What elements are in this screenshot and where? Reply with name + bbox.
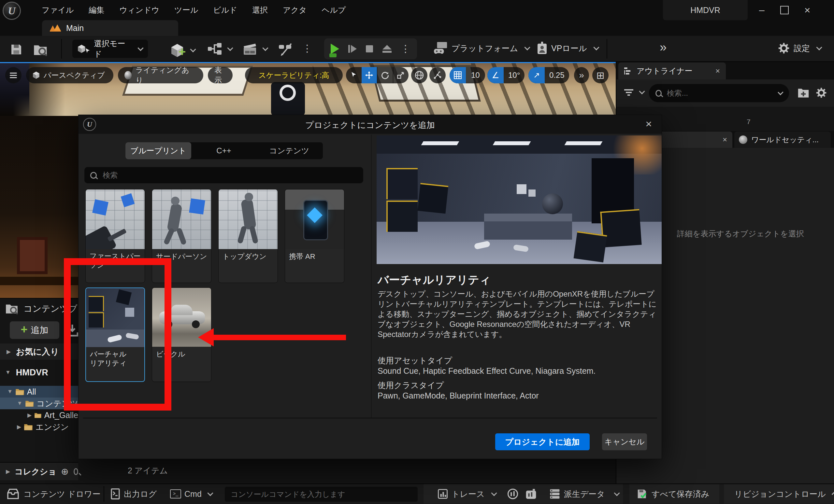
revision-control-section[interactable]: リビジョンコントロール [724, 484, 834, 504]
outliner-search-box[interactable] [649, 84, 789, 102]
chevron-down-icon[interactable] [778, 89, 784, 95]
add-content-button[interactable]: + 追加 [10, 321, 59, 339]
select-mode-dropdown[interactable]: 選択モード [72, 40, 148, 58]
trace-dropdown[interactable]: トレース [452, 489, 485, 500]
toolbar-expand-button[interactable]: » [660, 40, 666, 54]
tab-close-icon[interactable]: × [716, 66, 720, 75]
stop-button[interactable] [366, 45, 373, 52]
select-mode-label: 選択モード [94, 39, 131, 59]
tab-close-icon[interactable]: × [723, 135, 727, 144]
create-folder-icon[interactable] [797, 87, 809, 98]
tab-main[interactable]: Main [42, 20, 178, 36]
outliner-search-input[interactable] [666, 89, 776, 98]
tab-cpp[interactable]: C++ [191, 142, 256, 159]
menu-window[interactable]: ウィンドウ [119, 5, 159, 15]
revision-control-label: リビジョンコントロール [734, 489, 826, 500]
add-to-project-button[interactable]: プロジェクトに追加 [495, 433, 590, 450]
browse-content-icon[interactable] [33, 43, 48, 56]
menu-build[interactable]: ビルド [213, 5, 237, 15]
play-options-kebab[interactable]: ⋮ [401, 44, 411, 54]
dialog-header[interactable]: U プロジェクトにコンテンツを追加 × [79, 115, 662, 134]
collections-bar[interactable]: ▶ コレクショ ⊕ [0, 462, 78, 480]
main-toolbar: 選択モード + ⋮ ⋮ [0, 36, 834, 62]
cinematics-button[interactable] [243, 42, 267, 55]
tab-outliner[interactable]: アウトライナー × [618, 63, 726, 79]
class-types-label: 使用クラスタイプ [378, 380, 444, 391]
content-browser-icon [5, 302, 19, 315]
chevron-down-icon[interactable] [639, 88, 645, 94]
template-card-top-down[interactable]: トップダウン [218, 189, 278, 283]
cancel-button[interactable]: キャンセル [602, 433, 647, 450]
tab-content[interactable]: コンテンツ [256, 142, 322, 159]
viewport-toolbar-expand[interactable]: » [574, 67, 589, 83]
tab-blueprint[interactable]: ブループリント [126, 142, 191, 159]
menu-actor[interactable]: アクタ [283, 5, 307, 15]
content-drawer-button[interactable]: コンテンツ ドロワー [7, 484, 101, 504]
menu-file[interactable]: ファイル [42, 5, 74, 15]
scalability-warning-button[interactable]: スケーラビリティ:高 [245, 67, 343, 83]
hamburger-icon [10, 71, 17, 79]
minimize-button[interactable]: – [759, 4, 765, 16]
scene-shape [189, 198, 205, 214]
dialog-close-button[interactable]: × [645, 117, 652, 130]
menu-edit[interactable]: 編集 [89, 5, 104, 15]
asset-types-label: 使用アセットタイプ [378, 355, 452, 366]
viewport-options-button[interactable] [5, 67, 22, 83]
eject-button[interactable] [382, 45, 392, 53]
dialog-search-input[interactable] [102, 170, 357, 180]
maximize-button[interactable] [780, 6, 789, 14]
outliner-settings-gear-icon[interactable] [816, 87, 827, 98]
frame-skip-button[interactable] [348, 45, 357, 53]
angle-snap-value[interactable]: 10° [504, 71, 525, 80]
play-in-vr-button[interactable] [331, 44, 339, 54]
close-button[interactable]: × [804, 4, 811, 16]
screenshot-icon[interactable] [526, 488, 536, 500]
template-card-handheld-ar[interactable]: 携帯 AR [285, 189, 344, 283]
grid-snap-toggle[interactable] [449, 67, 466, 83]
menu-help[interactable]: ヘルプ [322, 5, 346, 15]
perspective-dropdown[interactable]: パースペクティブ [26, 67, 113, 83]
toolbar-overflow-kebab[interactable]: ⋮ [302, 44, 312, 53]
console-command-input[interactable] [230, 490, 413, 499]
world-space-toggle[interactable] [411, 67, 427, 83]
scale-snap-toggle[interactable]: ↗ [528, 67, 545, 83]
output-log-button[interactable]: 出力ログ [111, 484, 157, 504]
save-status-section[interactable]: すべて保存済み [630, 484, 719, 504]
blueprints-button[interactable] [208, 43, 232, 55]
move-tool-button[interactable] [361, 67, 377, 83]
editor-modes-icon[interactable] [278, 43, 293, 56]
menu-tools[interactable]: ツール [174, 5, 198, 15]
dialog-search-box[interactable] [84, 167, 363, 183]
collections-search-icon[interactable] [74, 468, 78, 475]
angle-snap-toggle[interactable]: ∠ [487, 67, 504, 83]
rotate-tool-button[interactable] [377, 67, 393, 83]
all-saved-label: すべて保存済み [652, 489, 709, 500]
tab-world-settings[interactable]: ワールドセッティ... [734, 132, 831, 148]
unreal-logo[interactable]: U [3, 2, 21, 20]
filter-icon[interactable] [624, 88, 633, 97]
add-actor-button[interactable]: + [171, 42, 195, 59]
class-types-value: Pawn, GameMode, Blueprint Interface, Act… [378, 391, 539, 400]
console-input-box[interactable] [225, 487, 418, 502]
quad-view-button[interactable]: ⊞ [592, 67, 609, 83]
scale-tool-button[interactable] [393, 67, 409, 83]
settings-dropdown[interactable]: 設定 [778, 42, 821, 54]
add-collection-icon[interactable]: ⊕ [61, 466, 68, 477]
platform-dropdown[interactable]: プラットフォーム [434, 42, 529, 55]
menu-select[interactable]: 選択 [252, 5, 268, 15]
show-dropdown[interactable]: 表示 [208, 67, 233, 83]
grid-snap-value[interactable]: 10 [466, 71, 485, 80]
insights-circle-icon[interactable] [507, 488, 518, 500]
tree-row-art-gallery[interactable]: ▶ Art_Galle [0, 409, 78, 421]
surface-snapping-button[interactable] [430, 67, 446, 83]
save-icon[interactable] [10, 43, 23, 56]
vp-role-dropdown[interactable]: VPロール [537, 42, 598, 55]
tree-row-engine[interactable]: ▶ エンジン [0, 421, 78, 433]
view-mode-dropdown[interactable]: ライティングあり [118, 67, 203, 83]
cmd-dropdown[interactable]: >_ Cmd [170, 484, 213, 504]
scale-snap-value[interactable]: 0.25 [545, 71, 569, 80]
select-tool-button[interactable] [346, 67, 361, 83]
add-plus-icon: + [178, 45, 186, 59]
id-badge-icon [537, 42, 547, 55]
derived-data-dropdown[interactable]: 派生データ [564, 489, 605, 500]
